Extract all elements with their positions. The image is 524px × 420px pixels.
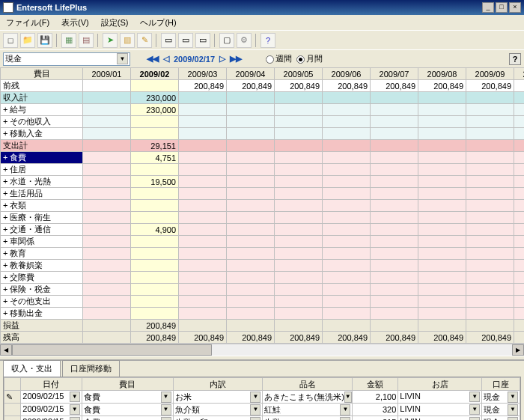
dropdown-icon[interactable]: ▼ [469,404,480,415]
cell[interactable] [227,272,275,284]
cell[interactable] [83,188,131,200]
cell[interactable] [418,200,466,212]
cell[interactable] [514,308,525,320]
detail-amount[interactable]: 320 [353,404,398,416]
cell[interactable] [275,176,323,188]
cell[interactable] [131,116,179,128]
cell[interactable] [418,92,466,104]
cell[interactable]: 200,849 [466,80,514,92]
cell[interactable] [275,248,323,260]
row-selector[interactable]: ✎ [4,391,21,404]
cell[interactable] [83,296,131,308]
dropdown-icon[interactable]: ▼ [117,53,128,64]
cell[interactable] [275,236,323,248]
cell[interactable]: 19,500 [131,176,179,188]
cell[interactable] [466,200,514,212]
account-select[interactable]: 現金 ▼ [3,52,130,66]
cell[interactable] [275,116,323,128]
cell[interactable] [323,248,371,260]
cell[interactable]: 200,849 [131,320,179,332]
cell[interactable] [179,164,227,176]
cell[interactable] [418,188,466,200]
cell[interactable] [131,188,179,200]
cell[interactable]: 200,849 [227,80,275,92]
cell[interactable] [466,188,514,200]
cell[interactable] [514,248,525,260]
cell[interactable] [323,284,371,296]
cell[interactable] [514,164,525,176]
cell[interactable] [466,296,514,308]
row-label[interactable]: + 教養娯楽 [1,260,83,272]
grid-hscroll[interactable]: ◀▶ [0,344,524,356]
cell[interactable] [323,92,371,104]
cell[interactable] [323,140,371,152]
cell[interactable]: 4,751 [131,152,179,164]
cell[interactable] [371,236,418,248]
cell[interactable] [131,248,179,260]
cell[interactable] [323,128,371,140]
row-label[interactable]: + その他収入 [1,116,83,128]
cell[interactable] [83,104,131,116]
cell[interactable] [83,332,131,344]
cell[interactable] [227,104,275,116]
cell[interactable] [323,236,371,248]
detail-col-header[interactable]: 内訳 [173,378,263,391]
cell[interactable] [275,92,323,104]
cell[interactable] [466,272,514,284]
cell[interactable]: 200,849 [371,332,418,344]
cell[interactable] [131,308,179,320]
cell[interactable] [466,164,514,176]
cell[interactable] [371,212,418,224]
cell[interactable] [514,152,525,164]
cell[interactable] [83,140,131,152]
cell[interactable] [371,284,418,296]
cell[interactable] [323,164,371,176]
cell[interactable] [227,152,275,164]
dropdown-icon[interactable]: ▼ [161,404,171,416]
page-icon[interactable]: ▢ [219,33,234,48]
cell[interactable] [514,104,525,116]
cell[interactable] [514,272,525,284]
cell[interactable] [514,320,525,332]
cell[interactable] [179,200,227,212]
row-selector[interactable] [4,416,21,421]
radio-month[interactable]: 月間 [296,53,323,64]
dropdown-icon[interactable]: ▼ [340,417,350,421]
cell[interactable] [371,272,418,284]
cell[interactable] [83,236,131,248]
dropdown-icon[interactable]: ▼ [469,392,480,402]
config-icon[interactable]: ▤ [79,33,94,48]
cell[interactable]: 4,900 [131,224,179,236]
row-label[interactable]: + 車関係 [1,236,83,248]
cell[interactable] [418,308,466,320]
cell[interactable] [323,176,371,188]
cell[interactable] [227,260,275,272]
gear-icon[interactable]: ⚙ [237,33,252,48]
cell[interactable] [275,188,323,200]
col-header[interactable]: 2009/01 [83,68,131,80]
cell[interactable] [418,212,466,224]
cell[interactable] [466,260,514,272]
cell[interactable] [227,128,275,140]
menu-help[interactable]: ヘルプ(H) [137,16,179,30]
cell[interactable] [418,116,466,128]
dropdown-icon[interactable]: ▼ [344,392,352,403]
cell[interactable] [323,320,371,332]
cell[interactable]: 200,849 [514,332,525,344]
cell[interactable] [83,212,131,224]
cell[interactable] [371,224,418,236]
doc3-icon[interactable]: ▭ [195,33,210,48]
cell[interactable] [227,200,275,212]
cell[interactable] [418,248,466,260]
detail-amount[interactable]: 2,100 [353,391,398,404]
detail-acct[interactable]: 現金▼ [482,416,520,421]
tab-inout[interactable]: 収入・支出 [3,360,61,377]
detail-sub[interactable]: 魚介類▼ [173,404,263,416]
arrow-icon[interactable]: ➤ [103,33,118,48]
dropdown-icon[interactable]: ▼ [70,392,80,402]
cell[interactable]: 230,000 [131,104,179,116]
cell[interactable]: 200,849 [275,80,323,92]
new-icon[interactable]: □ [3,33,18,48]
cell[interactable] [227,284,275,296]
cell[interactable] [466,140,514,152]
